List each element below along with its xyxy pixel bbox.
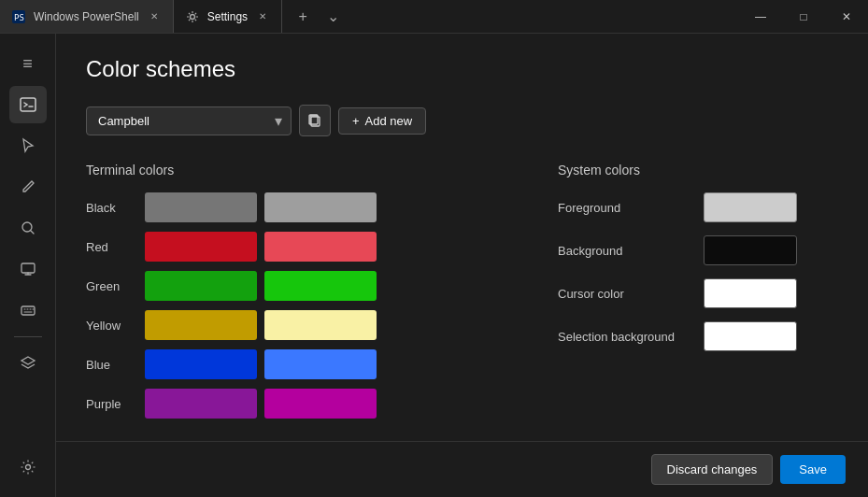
tab-actions: + ⌄ — [282, 4, 353, 30]
sys-row-selection: Selection background — [558, 321, 838, 351]
sys-swatch-background[interactable] — [704, 235, 797, 265]
color-swatch-purple-bright[interactable] — [264, 389, 377, 419]
discard-button[interactable]: Discard changes — [651, 454, 774, 485]
terminal-colors-section: Terminal colors Black Red Green — [86, 163, 502, 428]
terminal-colors-title: Terminal colors — [86, 163, 502, 178]
powershell-icon: PS — [11, 9, 26, 24]
sys-swatch-foreground[interactable] — [704, 192, 797, 222]
powershell-tab-close[interactable]: ✕ — [147, 9, 162, 24]
color-label-green: Green — [86, 279, 137, 293]
svg-rect-5 — [21, 263, 35, 273]
sidebar-icon-monitor[interactable] — [9, 250, 47, 288]
sys-row-cursor: Cursor color — [558, 278, 838, 308]
color-label-black: Black — [86, 201, 137, 215]
sys-label-cursor: Cursor color — [558, 287, 689, 301]
color-swatch-blue-normal[interactable] — [145, 349, 257, 379]
color-row-blue: Blue — [86, 349, 502, 379]
sys-label-foreground: Foreground — [558, 201, 689, 215]
sys-row-foreground: Foreground — [558, 192, 838, 222]
sidebar-icon-pen[interactable] — [9, 168, 47, 206]
color-swatch-green-bright[interactable] — [264, 271, 377, 301]
title-bar: PS Windows PowerShell ✕ Settings ✕ + ⌄ —… — [0, 0, 868, 34]
svg-rect-6 — [21, 306, 35, 315]
new-tab-button[interactable]: + — [290, 4, 316, 30]
copy-scheme-button[interactable] — [299, 105, 331, 136]
sidebar-icon-terminal[interactable] — [9, 86, 47, 123]
tab-dropdown-button[interactable]: ⌄ — [320, 4, 346, 30]
color-swatch-purple-normal[interactable] — [145, 389, 257, 419]
scheme-select-wrapper: Campbell Campbell Powershell Vintage One… — [86, 106, 292, 135]
color-row-green: Green — [86, 271, 502, 301]
page-title: Color schemes — [86, 56, 838, 82]
sys-swatch-cursor[interactable] — [704, 278, 797, 308]
sidebar-icon-keyboard[interactable] — [9, 291, 47, 329]
color-row-purple: Purple — [86, 389, 502, 419]
system-colors-title: System colors — [558, 163, 838, 178]
color-swatch-green-normal[interactable] — [145, 271, 257, 301]
tab-powershell[interactable]: PS Windows PowerShell ✕ — [0, 0, 174, 33]
color-swatch-red-normal[interactable] — [145, 232, 257, 262]
bottom-bar: Discard changes Save — [56, 441, 868, 497]
color-row-black: Black — [86, 192, 502, 222]
sidebar-icon-settings[interactable] — [9, 448, 47, 486]
save-button[interactable]: Save — [780, 455, 846, 484]
sys-row-background: Background — [558, 235, 838, 265]
color-swatch-yellow-normal[interactable] — [145, 310, 257, 340]
window-controls: — □ ✕ — [739, 0, 868, 34]
sys-swatch-selection[interactable] — [704, 321, 797, 351]
color-label-purple: Purple — [86, 397, 137, 411]
color-swatch-red-bright[interactable] — [264, 232, 377, 262]
color-label-blue: Blue — [86, 358, 137, 372]
svg-point-7 — [25, 465, 30, 470]
sidebar: ≡ — [0, 34, 56, 497]
settings-tab-close[interactable]: ✕ — [255, 9, 270, 24]
svg-point-4 — [22, 222, 32, 232]
powershell-tab-label: Windows PowerShell — [34, 10, 139, 23]
add-new-button[interactable]: + Add new — [338, 107, 426, 135]
add-new-label: Add new — [365, 114, 413, 128]
color-row-yellow: Yellow — [86, 310, 502, 340]
color-swatch-black-bright[interactable] — [264, 192, 377, 222]
settings-tab-icon — [185, 9, 200, 24]
color-label-yellow: Yellow — [86, 319, 137, 333]
content-area: Color schemes Campbell Campbell Powershe… — [56, 34, 868, 497]
colors-layout: Terminal colors Black Red Green — [86, 163, 838, 428]
sidebar-icon-cursor[interactable] — [9, 127, 47, 164]
tab-settings[interactable]: Settings ✕ — [174, 0, 282, 33]
close-button[interactable]: ✕ — [825, 0, 868, 34]
sys-label-selection: Selection background — [558, 330, 689, 344]
color-swatch-yellow-bright[interactable] — [264, 310, 377, 340]
color-swatch-black-normal[interactable] — [145, 192, 257, 222]
svg-text:PS: PS — [14, 13, 24, 22]
settings-tab-label: Settings — [207, 10, 248, 23]
sidebar-icon-hamburger[interactable]: ≡ — [9, 45, 47, 82]
sidebar-divider — [14, 336, 42, 337]
svg-point-2 — [190, 14, 194, 19]
scheme-row: Campbell Campbell Powershell Vintage One… — [86, 105, 838, 136]
scheme-dropdown[interactable]: Campbell Campbell Powershell Vintage One… — [86, 106, 292, 135]
sidebar-icon-search[interactable] — [9, 209, 47, 247]
system-colors-section: System colors Foreground Background Curs… — [558, 163, 838, 428]
sidebar-icon-layers[interactable] — [9, 345, 47, 382]
add-new-icon: + — [352, 114, 360, 128]
main-layout: ≡ — [0, 34, 868, 497]
maximize-button[interactable]: □ — [782, 0, 825, 34]
sidebar-bottom — [9, 448, 47, 486]
color-row-red: Red — [86, 232, 502, 262]
color-swatch-blue-bright[interactable] — [264, 349, 377, 379]
sys-label-background: Background — [558, 244, 689, 258]
minimize-button[interactable]: — — [739, 0, 782, 34]
color-label-red: Red — [86, 240, 137, 254]
